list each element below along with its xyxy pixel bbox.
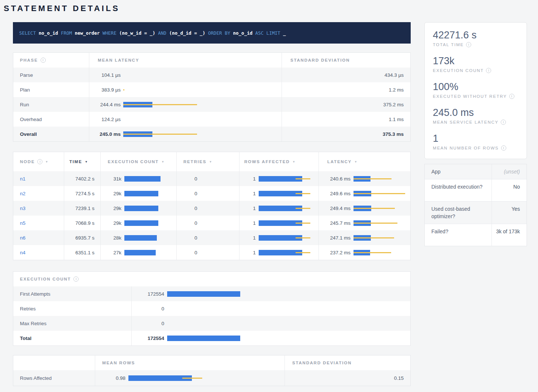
exec-count-value: 172554: [132, 336, 164, 341]
latency-value: 249.6 ms: [319, 191, 351, 196]
rows-affected-header-label: ROWS AFFECTED: [244, 159, 290, 164]
node-time-value: 6351.1 s: [64, 245, 100, 260]
rows-affected-column-header[interactable]: ROWS AFFECTED▼: [239, 152, 318, 171]
table-row: Overhead 124.2 µs 1.1 ms: [13, 112, 410, 127]
cost-based-optimizer-value: Yes: [492, 202, 527, 224]
stat-label: TOTAL TIMEi: [433, 42, 518, 47]
stat-label: EXECUTION COUNTi: [433, 68, 518, 73]
count-bar: [124, 206, 158, 211]
cost-based-optimizer-row: Used cost-based optimizer? Yes: [425, 201, 527, 224]
sql-statement-box: SELECT no_o_id FROM new_order WHERE (no_…: [13, 22, 411, 44]
node-link[interactable]: n4: [20, 250, 25, 255]
exec-count-value: 172554: [132, 291, 164, 297]
node-header-label: NODE: [20, 159, 35, 164]
failed-row: Failed? 3k of 173k: [425, 224, 527, 246]
count-bar: [167, 336, 240, 341]
info-icon[interactable]: i: [73, 276, 79, 282]
retries-value: 0: [176, 171, 239, 186]
node-row: n2 7274.5 s 29k 0 1 249.6 ms: [13, 186, 410, 201]
stddev-header-label: STANDARD DEVIATION: [292, 361, 352, 365]
latency-bar: [123, 87, 282, 93]
sort-desc-icon[interactable]: ▼: [161, 160, 164, 164]
sql-keyword: SELECT: [19, 30, 39, 36]
info-icon[interactable]: i: [41, 58, 46, 63]
mean-rows-bar: [128, 375, 284, 381]
stat-value: 42271.6 s: [433, 29, 518, 41]
stat-label-text: EXECUTED WITHOUT RETRY: [433, 94, 507, 99]
node-link[interactable]: n5: [20, 220, 25, 226]
info-icon[interactable]: i: [466, 42, 471, 47]
node-row: n1 7402.2 s 31k 0 1 240.6 ms: [13, 171, 410, 186]
empty-header-cell: [13, 355, 95, 370]
retries-value: 0: [176, 186, 239, 201]
execution-count-column-header[interactable]: EXECUTION COUNT▼: [100, 152, 176, 171]
table-row-total: Total 172554: [13, 331, 410, 345]
stddev-bar: [123, 104, 197, 105]
mean-latency-value: 104.1 µs: [89, 72, 121, 78]
sort-desc-icon[interactable]: ▼: [45, 160, 48, 164]
sql-keyword: ASC LIMIT: [252, 30, 283, 36]
info-icon[interactable]: i: [509, 94, 514, 99]
rows-affected-bar: [259, 176, 318, 182]
execution-count-value: 29k: [101, 206, 121, 211]
time-column-header[interactable]: TIME▼: [64, 152, 100, 171]
exec-count-value: 0: [132, 306, 164, 312]
phase-label: Run: [13, 97, 89, 112]
distributed-execution-value: No: [492, 179, 527, 201]
rows-affected-bar: [259, 250, 318, 255]
latency-value: 249.4 ms: [319, 206, 351, 211]
sort-desc-icon[interactable]: ▼: [292, 160, 295, 164]
failed-value: 3k of 173k: [492, 224, 527, 246]
rows-affected-bar: [259, 235, 318, 241]
rows-affected-value: 1: [239, 235, 256, 241]
node-time-value: 6935.7 s: [64, 230, 100, 245]
execution-count-bar: [124, 206, 176, 211]
node-column-header[interactable]: NODEi▼: [13, 152, 64, 171]
stddev-header-label: STANDARD DEVIATION: [290, 58, 350, 62]
app-label: App: [425, 164, 492, 179]
phase-latency-table: PHASEi MEAN LATENCY STANDARD DEVIATION P…: [13, 52, 411, 142]
sort-desc-icon[interactable]: ▼: [85, 160, 88, 164]
info-icon[interactable]: i: [37, 159, 42, 164]
side-column: 42271.6 s TOTAL TIMEi 173k EXECUTION COU…: [424, 22, 527, 386]
rows-affected-table-header: MEAN ROWS STANDARD DEVIATION: [13, 355, 410, 370]
info-icon[interactable]: i: [501, 145, 506, 151]
node-link[interactable]: n3: [20, 206, 25, 211]
retries-column-header[interactable]: RETRIES▼: [176, 152, 239, 171]
latency-value: 237.2 ms: [319, 250, 351, 255]
exec-count-value: 0: [132, 321, 164, 326]
node-link[interactable]: n6: [20, 235, 25, 241]
info-icon[interactable]: i: [486, 68, 491, 73]
node-time-value: 7068.9 s: [64, 216, 100, 230]
node-link[interactable]: n1: [20, 176, 25, 182]
node-row: n6 6935.7 s 28k 0 1 247.1 ms: [13, 230, 410, 245]
latency-bar: [354, 220, 410, 226]
sort-desc-icon[interactable]: ▼: [354, 160, 357, 164]
retries-value: 0: [176, 245, 239, 260]
stddev-bar: [296, 208, 310, 209]
latency-column-header[interactable]: LATENCY▼: [318, 152, 410, 171]
mean-latency-value: 383.9 µs: [89, 87, 121, 93]
stat-total-time: 42271.6 s TOTAL TIMEi: [433, 29, 518, 47]
mean-rows-column-header: MEAN ROWS: [95, 355, 284, 370]
stddev-bar: [123, 89, 124, 90]
rows-affected-value: 1: [239, 206, 256, 211]
info-icon[interactable]: i: [501, 120, 506, 125]
sql-statement: SELECT no_o_id FROM new_order WHERE (no_…: [19, 30, 286, 36]
latency-bar: [123, 72, 282, 78]
stat-label: MEAN SERVICE LATENCYi: [433, 120, 518, 125]
stat-executed-without-retry: 100% EXECUTED WITHOUT RETRYi: [433, 81, 518, 99]
table-row: Rows Affected 0.98 0.15: [13, 370, 410, 386]
stddev-bar: [296, 178, 310, 179]
stddev-bar: [354, 193, 405, 194]
sort-desc-icon[interactable]: ▼: [209, 160, 212, 164]
node-row: n4 6351.1 s 27k 0 1 237.2 ms: [13, 245, 410, 260]
execution-count-bar: [124, 176, 176, 182]
latency-value: 245.7 ms: [319, 220, 351, 226]
latency-bar: [123, 102, 282, 107]
exec-row-label: Total: [13, 331, 131, 345]
stat-mean-service-latency: 245.0 ms MEAN SERVICE LATENCYi: [433, 107, 518, 125]
count-bar: [167, 291, 240, 297]
node-link[interactable]: n2: [20, 191, 25, 196]
stat-label: MEAN NUMBER OF ROWSi: [433, 145, 518, 151]
